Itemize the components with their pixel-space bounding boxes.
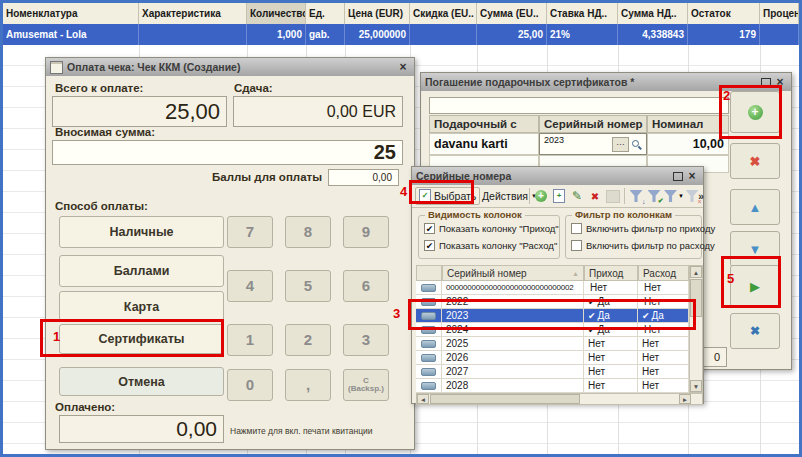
filter-settings-button[interactable]: ✔ [646,188,662,204]
column-header[interactable]: Сумма (EU.. [477,3,547,24]
column-header[interactable]: Ед. [306,3,345,24]
choose-button[interactable]: … [612,137,629,152]
cert-serial-edit-cell[interactable]: 2023 … [539,133,647,155]
column-header[interactable]: Цена (EUR) [345,3,410,24]
certificate-search-input[interactable] [429,97,729,114]
prihod-cell[interactable]: Нет [584,379,638,393]
cert-cell-nominal[interactable]: 10,00 [647,133,729,155]
delete-row-button[interactable]: ✖ [730,143,780,179]
edit-row-button[interactable]: ✎ [569,188,585,204]
rashod-cell[interactable]: Нет [638,351,689,365]
horizontal-scrollbar[interactable]: ◄ ► [416,393,703,405]
maximize-button[interactable] [671,170,685,183]
points-button[interactable]: Баллами [59,255,224,287]
card-button[interactable]: Карта [59,291,224,322]
prihod-cell[interactable]: Нет [584,365,638,379]
run-button[interactable]: ▶ [730,265,780,307]
column-header[interactable]: Номенклатура [3,3,139,24]
numpad-8[interactable]: 8 [285,216,331,248]
filter-prihod-checkbox[interactable]: Включить фильтр по приходу [571,223,715,234]
prihod-cell[interactable]: Нет [584,337,638,351]
serial-cell[interactable]: 2026 [442,351,584,365]
prihod-cell[interactable]: ✔Да [584,295,638,309]
prihod-cell[interactable]: Нет [584,281,638,295]
numpad-3[interactable]: 3 [343,324,389,356]
cert-cell-product[interactable]: davanu karti [429,133,539,155]
serial-dialog-titlebar[interactable]: Серийные номера × [412,167,703,185]
delete-row-button[interactable]: ✖ [587,188,603,204]
rashod-cell[interactable]: Нет [638,295,689,309]
scroll-left-button[interactable]: ◄ [417,394,429,404]
add-row-button[interactable]: + [533,188,549,204]
scroll-up-button[interactable]: ▲ [690,266,702,278]
numpad-backspace[interactable]: C (Backsp.) [343,369,389,401]
serial-cell[interactable]: 2022 [442,295,584,309]
actions-menu[interactable]: Действия ▼ [478,187,541,205]
select-button[interactable]: ✓ Выбрать [415,187,480,205]
numpad-4[interactable]: 4 [227,270,273,302]
rashod-cell[interactable]: Нет [638,337,689,351]
rashod-cell[interactable]: Нет [638,379,689,393]
rashod-cell[interactable]: Нет [638,365,689,379]
filter-history-button[interactable]: ▼ [664,188,684,204]
prihod-cell[interactable]: ✔Да [584,309,638,323]
scrollbar-thumb[interactable] [690,279,702,317]
column-header[interactable]: Ставка НД.. [547,3,618,24]
numpad-2[interactable]: 2 [285,324,331,356]
close-button[interactable]: × [685,170,699,183]
column-header[interactable]: Скидка (EU.. [410,3,477,24]
cert-column-nominal[interactable]: Номинал [647,115,729,133]
numpad-0[interactable]: 0 [227,369,273,401]
serial-column-header[interactable]: Серийный номер ▲ [442,265,584,281]
serial-cell[interactable]: 000000000000000000000000000002 [442,281,584,295]
add-certificate-button[interactable]: + [730,91,780,133]
serial-cell[interactable]: 2028 [442,379,584,393]
copy-row-button[interactable]: + [551,188,567,204]
scroll-down-button[interactable]: ▼ [690,380,702,392]
prihod-column-header[interactable]: Приход [584,265,638,281]
cert-column-serial[interactable]: Серийный номер [539,115,647,133]
numpad-9[interactable]: 9 [343,216,389,248]
cert-column-product[interactable]: Подарочный с [429,115,539,133]
prihod-cell[interactable]: ✔Да [584,323,638,337]
selected-item-row[interactable]: Amusemat - Lola 1,000 gab. 25,000000 25,… [3,24,799,45]
certificates-button[interactable]: Сертификаты [59,324,224,354]
amount-input[interactable]: 25 [52,140,403,165]
move-down-button[interactable]: ▼ [730,231,780,267]
numpad-7[interactable]: 7 [227,216,273,248]
maximize-button[interactable] [759,76,773,89]
cancel-button[interactable]: Отмена [59,367,224,396]
column-header[interactable]: Количество [247,3,306,24]
close-button[interactable]: × [396,61,410,74]
numpad-comma[interactable]: , [285,369,331,401]
rashod-cell[interactable]: Нет [638,281,689,295]
receipt-print-hint[interactable]: Нажмите для вкл. печати квитанции [230,426,410,436]
rashod-column-header[interactable]: Расход [638,265,689,281]
numpad-5[interactable]: 5 [285,270,331,302]
move-up-button[interactable]: ▲ [730,189,780,225]
cash-button[interactable]: Наличные [59,216,224,248]
numpad-1[interactable]: 1 [227,324,273,356]
serial-cell[interactable]: 2027 [442,365,584,379]
serial-cell[interactable]: 2024 [442,323,584,337]
payment-dialog-titlebar[interactable]: Оплата чека: Чек ККМ (Создание) × [46,58,414,76]
rashod-cell[interactable]: Нет [638,323,689,337]
rashod-cell[interactable]: ✔Да [638,309,689,323]
scrollbar-thumb[interactable] [430,394,580,404]
points-input[interactable]: 0,00 [328,169,399,186]
filter-by-value-button[interactable]: ↓ [628,188,644,204]
scroll-right-button[interactable]: ► [679,394,691,404]
column-header[interactable]: Сумма НД.. [618,3,688,24]
numpad-6[interactable]: 6 [343,270,389,302]
serial-cell[interactable]: 2025 [442,337,584,351]
serial-cell-selected[interactable]: 2023 [442,309,584,323]
prihod-cell[interactable]: Нет [584,351,638,365]
column-header[interactable]: Характеристика [139,3,247,24]
show-rashod-checkbox[interactable]: ✔ Показать колонку "Расход" [424,240,557,251]
column-header[interactable]: Процент скидки и [760,3,799,24]
vertical-scrollbar[interactable]: ▲ ▼ [689,265,703,393]
magnifier-icon[interactable] [631,139,642,150]
column-header[interactable]: Остаток [688,3,760,24]
toolbar-overflow-button[interactable]: » [696,188,706,204]
filter-rashod-checkbox[interactable]: Включить фильтр по расходу [571,240,715,251]
